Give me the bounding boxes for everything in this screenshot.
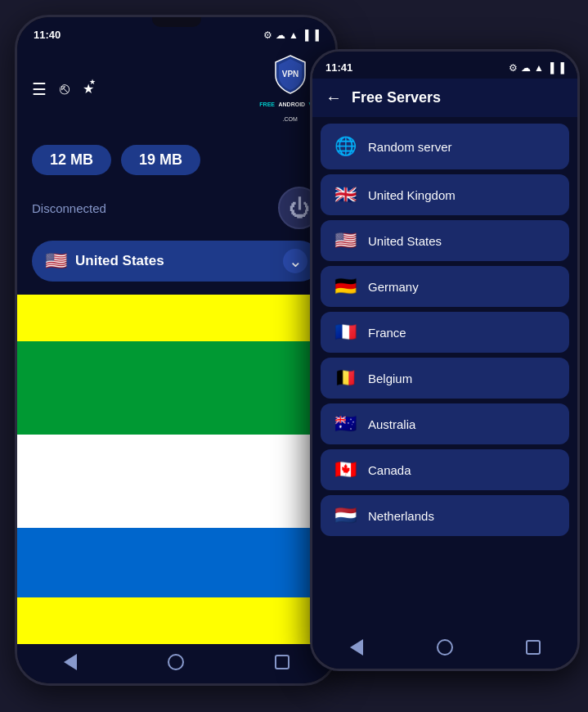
wifi-icon: ▲ <box>289 29 298 41</box>
home-nav-icon <box>168 654 184 670</box>
server-item-au[interactable]: 🇦🇺Australia <box>321 403 569 444</box>
server-name-be: Belgium <box>368 372 412 385</box>
server-name-us: United States <box>368 234 442 248</box>
wifi-icon-right: ▲ <box>534 62 544 74</box>
flag-stripe-4 <box>17 528 335 597</box>
cloud-icon-right: ☁ <box>521 62 531 74</box>
phone-left: 11:40 ⚙ ☁ ▲ ▐ ▐ ☰ ⎋ ★★ V <box>15 15 338 686</box>
share-icon[interactable]: ⎋ <box>60 79 70 98</box>
back-button[interactable]: ← <box>325 88 342 107</box>
server-name-au: Australia <box>368 417 415 431</box>
header-icon-group: ☰ ⎋ ★★ <box>32 79 94 99</box>
upload-stat: 19 MB <box>121 145 200 175</box>
navigation-bar-left <box>17 644 335 683</box>
status-icons-right: ⚙ ☁ ▲ ▐ ▐ <box>509 62 564 74</box>
server-name-uk: United Kingdom <box>368 188 456 202</box>
server-name-de: Germany <box>368 280 419 294</box>
selected-country-flag: 🇺🇸 <box>45 250 67 272</box>
download-stat: 12 MB <box>32 145 111 175</box>
home-nav-icon-right <box>437 639 453 656</box>
back-nav-button-right[interactable] <box>345 636 368 659</box>
flag-banner <box>17 295 335 644</box>
server-flag-nl: 🇳🇱 <box>332 505 358 526</box>
server-item-be[interactable]: 🇧🇪Belgium <box>321 358 569 399</box>
signal-icon-right: ▐ <box>547 62 554 74</box>
time-left: 11:40 <box>34 29 61 41</box>
page-title: Free Servers <box>352 89 441 106</box>
recents-nav-icon <box>275 655 290 669</box>
recents-nav-button[interactable] <box>271 651 294 674</box>
svg-text:VPN: VPN <box>281 70 298 79</box>
country-selector[interactable]: 🇺🇸 United States ⌄ <box>32 241 321 282</box>
phone-left-screen: 11:40 ⚙ ☁ ▲ ▐ ▐ ☰ ⎋ ★★ V <box>17 17 335 683</box>
server-flag-random: 🌐 <box>332 133 358 160</box>
server-flag-fr: 🇫🇷 <box>332 322 358 343</box>
shield-logo: VPN <box>272 54 308 95</box>
server-flag-be: 🇧🇪 <box>332 367 358 389</box>
server-name-ca: Canada <box>368 463 411 477</box>
server-item-uk[interactable]: 🇬🇧United Kingdom <box>321 174 569 215</box>
signal-icon: ▐ <box>302 29 309 41</box>
connection-status-text: Disconnected <box>32 201 106 215</box>
power-icon: ⏻ <box>289 196 310 221</box>
server-list-header: ← Free Servers <box>312 79 577 117</box>
server-list: 🌐Random server🇬🇧United Kingdom🇺🇸United S… <box>312 117 577 629</box>
menu-icon[interactable]: ☰ <box>32 79 47 99</box>
home-nav-button[interactable] <box>164 651 187 674</box>
back-nav-icon <box>64 654 77 670</box>
selected-country-name: United States <box>75 253 275 269</box>
status-icons-left: ⚙ ☁ ▲ ▐ ▐ <box>263 29 319 41</box>
phone-right: 11:41 ⚙ ☁ ▲ ▐ ▐ ← Free Servers 🌐Random s… <box>310 49 580 671</box>
flag-stripe-2 <box>17 341 335 435</box>
connection-status-row: Disconnected ⏻ <box>17 183 335 241</box>
back-nav-button[interactable] <box>59 651 82 674</box>
battery-icon: ▐ <box>312 29 319 41</box>
stats-row: 12 MB 19 MB <box>17 132 335 183</box>
server-flag-uk: 🇬🇧 <box>332 184 358 205</box>
server-flag-au: 🇦🇺 <box>332 413 358 435</box>
flag-stripe-1 <box>17 295 335 341</box>
server-flag-de: 🇩🇪 <box>332 276 358 297</box>
server-item-us[interactable]: 🇺🇸United States <box>321 220 569 261</box>
server-item-fr[interactable]: 🇫🇷France <box>321 312 569 353</box>
flag-stripe-5 <box>17 597 335 644</box>
recents-nav-icon-right <box>526 640 541 655</box>
cloud-icon: ☁ <box>276 29 285 41</box>
battery-icon-right: ▐ <box>557 62 564 74</box>
settings-icon: ⚙ <box>263 29 272 41</box>
server-name-random: Random server <box>368 140 452 154</box>
server-flag-us: 🇺🇸 <box>332 230 358 251</box>
phone-right-screen: 11:41 ⚙ ☁ ▲ ▐ ▐ ← Free Servers 🌐Random s… <box>312 52 577 669</box>
server-item-random[interactable]: 🌐Random server <box>321 124 569 169</box>
chevron-down-icon: ⌄ <box>283 249 307 273</box>
back-nav-icon-right <box>350 639 363 656</box>
home-nav-button-right[interactable] <box>433 636 456 659</box>
server-item-nl[interactable]: 🇳🇱Netherlands <box>321 495 569 536</box>
recents-nav-button-right[interactable] <box>522 636 545 659</box>
navigation-bar-right <box>312 629 577 669</box>
time-right: 11:41 <box>325 61 352 74</box>
camera-bump <box>152 17 201 27</box>
settings-icon-right: ⚙ <box>509 62 518 74</box>
app-header-left: ☰ ⎋ ★★ VPN FREE ANDROID VPN .COM <box>17 46 335 132</box>
server-item-de[interactable]: 🇩🇪Germany <box>321 266 569 307</box>
server-name-nl: Netherlands <box>368 509 434 523</box>
status-bar-right: 11:41 ⚙ ☁ ▲ ▐ ▐ <box>312 52 577 79</box>
flag-stripe-3 <box>17 435 335 528</box>
server-item-ca[interactable]: 🇨🇦Canada <box>321 449 569 490</box>
server-name-fr: France <box>368 326 406 340</box>
rating-icon[interactable]: ★★ <box>83 81 94 97</box>
server-flag-ca: 🇨🇦 <box>332 459 358 480</box>
